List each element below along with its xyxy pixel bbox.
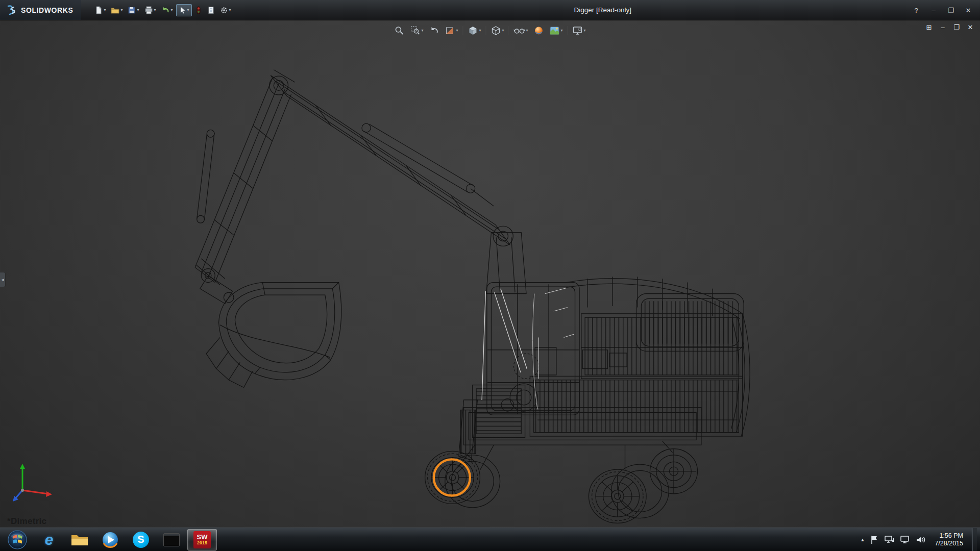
3ds-logo-icon [5, 4, 17, 16]
panel-collapse-tab[interactable]: ◂ [0, 272, 6, 287]
hide-show-glasses-icon [514, 26, 525, 36]
select-cursor-icon [179, 6, 186, 14]
solidworks-window: SOLIDWORKS ▾ ▾ ▾ [0, 0, 980, 551]
taskbar-item-media-player[interactable] [95, 529, 125, 550]
hide-show-items-button[interactable]: ▾ [513, 24, 529, 37]
taskbar-item-command-prompt[interactable] [157, 529, 186, 550]
quick-access-toolbar: ▾ ▾ ▾ ▾ [92, 4, 233, 16]
close-button[interactable]: ✕ [961, 4, 976, 17]
collapse-arrow-icon: ◂ [2, 277, 4, 282]
dropdown-caret-icon[interactable]: ▾ [120, 8, 122, 12]
print-icon [144, 6, 153, 14]
view-settings-button[interactable]: ▾ [572, 24, 587, 37]
volume-icon[interactable] [916, 535, 926, 544]
undo-button[interactable]: ▾ [159, 5, 175, 16]
toolbar-separator [509, 26, 509, 35]
show-desktop-button[interactable] [972, 528, 977, 551]
rebuild-button[interactable] [193, 5, 204, 16]
doc-close-button[interactable]: ✕ [966, 23, 975, 31]
doc-minimize-button[interactable]: – [938, 23, 947, 31]
previous-view-icon [429, 26, 439, 36]
dropdown-caret-icon[interactable]: ▾ [154, 8, 156, 12]
dropdown-caret-icon[interactable]: ▾ [526, 29, 528, 33]
dropdown-caret-icon[interactable]: ▾ [584, 29, 586, 33]
machine-body[interactable] [473, 277, 750, 438]
view-orientation-label: *Dimetric [7, 516, 46, 527]
previous-view-button[interactable] [428, 24, 440, 37]
model-wireframe-digger[interactable] [0, 20, 980, 528]
taskbar-clock[interactable]: 1:56 PM 7/28/2015 [932, 532, 966, 547]
window-controls: ? – ❐ ✕ [909, 0, 976, 20]
dropdown-caret-icon[interactable]: ▾ [561, 29, 563, 33]
section-view-icon [445, 26, 455, 36]
display-settings-icon[interactable] [900, 535, 910, 544]
solidworks-letters: SW [197, 534, 208, 540]
taskbar-item-solidworks[interactable]: SW 2015 [187, 529, 217, 550]
graphics-viewport[interactable]: ▾ ▾ [0, 20, 980, 528]
skype-icon: S [133, 532, 149, 548]
rebuild-icon [195, 6, 202, 14]
title-bar: SOLIDWORKS ▾ ▾ ▾ [0, 0, 980, 20]
open-button[interactable]: ▾ [109, 5, 125, 16]
document-window-controls: ⊞ – ❐ ✕ [924, 23, 975, 31]
open-folder-icon [111, 6, 119, 14]
taskbar-item-windows-explorer[interactable] [65, 529, 94, 550]
dropdown-caret-icon[interactable]: ▾ [104, 8, 106, 12]
windows-start-orb-icon [7, 530, 28, 550]
file-properties-icon [207, 6, 215, 14]
dropdown-caret-icon[interactable]: ▾ [479, 29, 481, 33]
zoom-to-fit-button[interactable] [393, 24, 405, 37]
display-style-button[interactable]: ▾ [489, 24, 505, 37]
show-hidden-icons-button[interactable]: ▲ [860, 537, 865, 542]
dropdown-caret-icon[interactable]: ▾ [421, 29, 423, 33]
apply-scene-button[interactable]: ▾ [549, 25, 564, 36]
system-tray: ▲ 1:56 PM 7/28/2015 [860, 528, 980, 551]
wheels[interactable] [425, 449, 698, 523]
new-document-button[interactable]: ▾ [92, 5, 108, 16]
minimize-button[interactable]: – [926, 4, 941, 17]
action-center-flag-icon[interactable] [870, 535, 878, 544]
options-button[interactable]: ▾ [218, 5, 233, 16]
clock-date: 7/28/2015 [935, 540, 963, 547]
zoom-to-area-button[interactable]: ▾ [409, 24, 424, 37]
display-style-icon [491, 26, 501, 36]
start-button[interactable] [2, 529, 33, 550]
print-button[interactable]: ▾ [142, 5, 158, 16]
dropdown-caret-icon[interactable]: ▾ [456, 29, 458, 33]
restore-button[interactable]: ❐ [943, 4, 959, 17]
taskbar-item-internet-explorer[interactable]: e [34, 529, 64, 550]
edit-appearance-ball-icon [534, 26, 544, 36]
boom-arm[interactable] [195, 70, 510, 304]
dropdown-caret-icon[interactable]: ▾ [502, 29, 504, 33]
save-button[interactable]: ▾ [126, 5, 141, 16]
view-settings-icon [573, 26, 583, 36]
taskbar-item-skype[interactable]: S [126, 529, 156, 550]
skype-letter: S [137, 534, 144, 545]
windows-taskbar: e [0, 528, 980, 551]
dropdown-caret-icon[interactable]: ▾ [229, 8, 231, 12]
bucket[interactable] [206, 283, 341, 388]
help-button[interactable]: ? [909, 4, 924, 17]
reference-triad[interactable] [12, 457, 61, 506]
doc-tile-button[interactable]: ⊞ [924, 23, 934, 31]
file-properties-button[interactable] [205, 5, 217, 16]
view-orientation-button[interactable]: ▾ [467, 24, 482, 37]
save-floppy-icon [128, 6, 136, 14]
select-button[interactable]: ▾ [176, 4, 192, 16]
network-status-icon[interactable] [884, 535, 894, 544]
boom-pedestal[interactable] [486, 226, 526, 293]
edit-appearance-button[interactable] [533, 24, 545, 37]
apply-scene-icon [550, 26, 560, 35]
zoom-to-area-icon [410, 26, 420, 36]
internet-explorer-icon: e [45, 531, 54, 548]
logo-brand-text: SOLIDWORKS [21, 6, 73, 14]
dropdown-caret-icon[interactable]: ▾ [137, 8, 139, 12]
clock-time: 1:56 PM [935, 532, 963, 540]
dropdown-caret-icon[interactable]: ▾ [171, 8, 173, 12]
section-view-button[interactable]: ▾ [444, 24, 459, 37]
command-prompt-icon [163, 533, 180, 546]
media-player-icon [102, 531, 119, 548]
window-title: Digger [Read-only] [574, 6, 632, 14]
doc-restore-button[interactable]: ❐ [952, 23, 961, 31]
dropdown-caret-icon[interactable]: ▾ [187, 8, 189, 12]
